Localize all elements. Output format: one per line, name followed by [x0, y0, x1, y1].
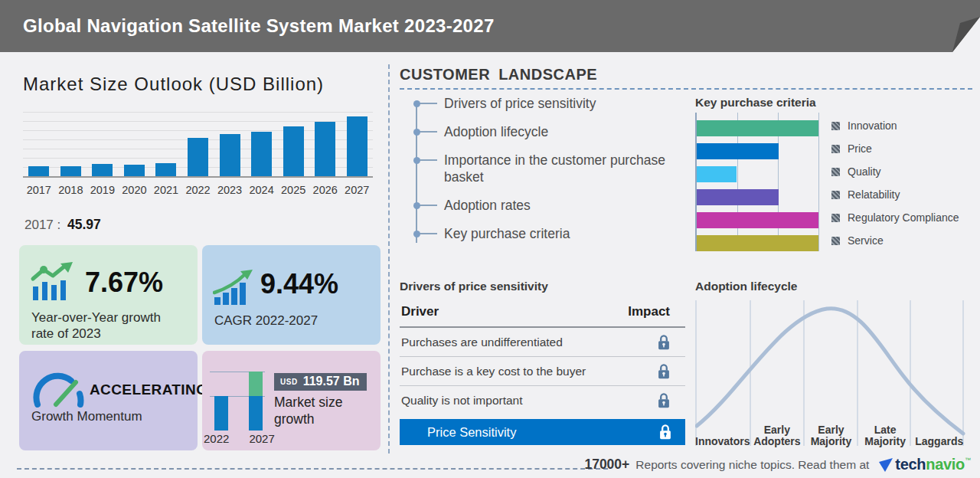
market-size-title: Market Size Outlook (USD Billion): [23, 74, 324, 95]
legend-item: Relatability: [831, 183, 959, 206]
market-size-bar: [251, 132, 272, 176]
criteria-bar: [697, 120, 818, 136]
market-size-bar: [220, 134, 240, 176]
bar-chart-trend-icon: [30, 262, 79, 306]
driver-column-header: Driver: [401, 304, 439, 319]
growth-label: Market size growth: [274, 394, 358, 427]
legend-label: Quality: [848, 165, 881, 178]
legend-item: Regulatory Compliance: [831, 206, 959, 229]
bar-slot: [341, 112, 373, 176]
lock-icon: [659, 424, 671, 440]
bar-slot: [119, 112, 151, 176]
year-tick-label: 2021: [150, 184, 182, 196]
growth-momentum-card: ACCELERATING Growth Momentum: [19, 351, 198, 450]
year-tick-label: 2026: [309, 184, 341, 196]
legend-item: Service: [831, 229, 959, 252]
base-year: 2017: [24, 218, 54, 232]
customer-landscape-list: Drivers of price sensitivityAdoption lif…: [416, 95, 680, 254]
hatched-square-icon: [831, 237, 840, 245]
lock-icon: [658, 335, 670, 350]
landscape-list-item: Importance in the customer purchase bask…: [416, 152, 680, 185]
page-title: Global Navigation Satellite System Marke…: [23, 15, 495, 37]
landscape-list-item: Drivers of price sensitivity: [416, 95, 680, 112]
base-segment: [249, 396, 263, 431]
technavio-logo[interactable]: tech navio ™: [878, 456, 971, 473]
amount-value: 119.57 Bn: [303, 375, 360, 388]
legend-item: Price: [831, 137, 959, 160]
growth-segment: [249, 372, 263, 396]
stage-label: LateMajority: [858, 424, 913, 447]
adoption-lifecycle-title: Adoption lifecycle: [695, 280, 798, 293]
key-purchase-criteria-chart: [695, 113, 818, 251]
highlight-row-label: Price Sensitivity: [427, 425, 516, 440]
market-size-bar: [28, 166, 49, 176]
market-size-bar: [92, 164, 113, 176]
footer: 17000+ Reports covering niche topics. Re…: [584, 456, 971, 473]
legend-item: Quality: [831, 160, 959, 183]
market-size-bar: [155, 163, 176, 176]
usd-amount-badge: USD 119.57 Bn: [274, 373, 367, 391]
base-segment: [214, 396, 228, 431]
bar-slot: [214, 112, 246, 176]
stage-label: EarlyMajority: [804, 424, 858, 447]
driver-row: Quality is not important: [400, 386, 685, 415]
stat-cards: 7.67% Year-over-Year growth rate of 2023…: [19, 245, 381, 450]
lock-icon: [658, 364, 670, 379]
hatched-square-icon: [831, 145, 840, 153]
market-size-bar: [283, 126, 304, 176]
market-size-x-axis: 2017201820192020202120222023202420252026…: [23, 184, 373, 196]
criteria-bar: [697, 212, 818, 228]
driver-label: Purchases are undifferentiated: [401, 336, 563, 349]
stage-label: Laggards: [912, 436, 966, 447]
market-size-bar: [315, 122, 335, 176]
driver-row: Purchase is a key cost to the buyer: [400, 357, 685, 386]
year-tick-label: 2027: [249, 432, 274, 445]
year-tick-label: 2022: [204, 432, 229, 445]
adoption-lifecycle-stages: InnovatorsEarlyAdoptersEarlyMajorityLate…: [695, 411, 966, 447]
footer-tagline: Reports covering niche topics. Read them…: [635, 458, 869, 472]
infographic-page: Global Navigation Satellite System Marke…: [0, 0, 980, 478]
legend-label: Relatability: [848, 188, 900, 201]
rising-bars-arrow-icon: [213, 270, 256, 308]
price-sensitivity-highlight-row: Price Sensitivity: [400, 419, 685, 445]
cagr-card: 9.44% CAGR 2022-2027: [202, 245, 381, 345]
footer-dashed-line: [17, 468, 608, 470]
bar-slot: [182, 112, 214, 176]
customer-landscape-underline: [400, 88, 972, 90]
year-tick-label: 2025: [277, 184, 309, 196]
legend-label: Service: [848, 234, 884, 247]
cagr-label: CAGR 2022-2027: [214, 313, 360, 329]
legend-label: Regulatory Compliance: [848, 211, 959, 224]
driver-label: Quality is not important: [401, 394, 523, 408]
bar-slot: [277, 112, 309, 176]
landscape-list-item: Key purchase criteria: [416, 225, 680, 242]
key-purchase-criteria-title: Key purchase criteria: [695, 96, 816, 110]
report-count: 17000+: [584, 457, 629, 473]
gridline: [818, 113, 819, 251]
hatched-square-icon: [831, 122, 840, 130]
market-size-bar-chart: [23, 112, 373, 178]
market-size-bar: [347, 116, 368, 176]
legend-item: Innovation: [831, 114, 959, 137]
momentum-label: Growth Momentum: [31, 409, 142, 424]
criteria-bar: [697, 189, 779, 205]
stage-label: Innovators: [695, 436, 750, 447]
yoy-value: 7.67%: [85, 267, 163, 299]
bar-slot: [55, 112, 87, 176]
criteria-bar: [697, 143, 779, 159]
customer-landscape-title: CUSTOMER LANDSCAPE: [400, 66, 597, 83]
year-tick-label: 2019: [87, 184, 119, 196]
lock-icon: [658, 393, 670, 408]
market-size-bar: [124, 165, 145, 176]
landscape-list-item: Adoption lifecycle: [416, 123, 680, 140]
legend-label: Price: [848, 142, 872, 155]
speedometer-icon: [33, 371, 85, 411]
page-curl-icon: [919, 0, 980, 52]
hatched-square-icon: [831, 191, 840, 199]
yoy-growth-card: 7.67% Year-over-Year growth rate of 2023: [19, 245, 198, 345]
growth-bar: [249, 372, 263, 431]
yoy-label: Year-over-Year growth rate of 2023: [31, 309, 162, 342]
year-tick-label: 2018: [55, 184, 87, 196]
hatched-square-icon: [831, 168, 840, 176]
year-tick-label: 2020: [119, 184, 151, 196]
